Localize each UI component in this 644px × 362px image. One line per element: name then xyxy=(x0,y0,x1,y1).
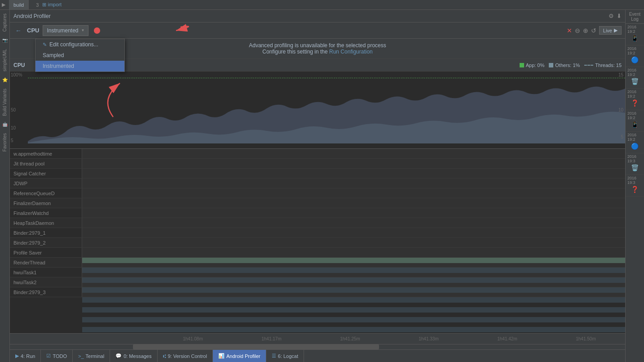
live-button[interactable]: Live ▶ xyxy=(599,26,622,35)
legend-threads: Threads: 15 xyxy=(584,63,622,68)
bottom-tab-label: 6: Logcat xyxy=(278,353,298,359)
simpleuml-label[interactable]: simpleUML xyxy=(2,45,7,75)
back-button[interactable]: ← xyxy=(13,26,23,35)
bottom-tab-9--version-control[interactable]: ⑆9: Version Control xyxy=(158,350,213,362)
event-log-item: 2016 19:2📱 xyxy=(626,110,644,132)
sampled-label: Sampled xyxy=(43,52,64,58)
cpu-label: CPU xyxy=(27,27,39,34)
event-icon: ❓ xyxy=(627,186,642,193)
cpu-section: CPU App: 0% Others: 1% Threads: 15 xyxy=(10,59,625,149)
instrumented-item[interactable]: Instrumented xyxy=(35,61,124,72)
cpu-chart-container: 100% 50 10 5 xyxy=(10,72,625,148)
thread-row: Binder:2979_1 xyxy=(10,228,625,238)
y-right-10: 10 xyxy=(618,107,623,112)
star-icon: ⭐ xyxy=(1,76,9,84)
bottom-tab-6--logcat[interactable]: ☰6: Logcat xyxy=(266,350,304,362)
thread-name: HeapTaskDaemon xyxy=(10,220,82,226)
event-icon: 📱 xyxy=(627,121,642,128)
settings-icon[interactable]: ⚙ xyxy=(609,13,614,19)
legend-threads-line xyxy=(584,65,593,66)
legend-others-label: Others: 1% xyxy=(555,63,580,68)
thread-timeline[interactable] xyxy=(82,218,625,228)
event-time: 2016 19:3 xyxy=(627,154,642,163)
event-log-item: 2016 19:2🗑️ xyxy=(626,67,644,89)
thread-timeline[interactable] xyxy=(82,179,625,188)
run-configuration-link[interactable]: Run Configuration xyxy=(329,49,373,55)
bottom-tab-4--run[interactable]: ▶4: Run xyxy=(10,350,41,362)
edit-icon: ✎ xyxy=(43,42,47,48)
timeline-label: 1h41.17m xyxy=(232,336,311,341)
event-icon: 🔵 xyxy=(627,143,642,150)
thread-name: w.appmethodtime xyxy=(10,151,82,156)
thread-row: ReferenceQueueD xyxy=(10,188,625,198)
edit-configurations-item[interactable]: ✎ Edit configurations... xyxy=(35,39,124,50)
instrumentation-dropdown[interactable]: Instrumented ▼ xyxy=(43,25,88,36)
instrumented-label: Instrumented xyxy=(43,63,74,69)
build-tab[interactable]: build xyxy=(9,0,29,9)
scroll-thumb[interactable] xyxy=(133,344,379,349)
bottom-tab-icon: 📊 xyxy=(218,353,225,359)
camera-icon: 📷 xyxy=(1,37,9,44)
event-time: 2016 19:2 xyxy=(627,89,642,98)
timeline-scrollbar[interactable] xyxy=(10,344,625,349)
favorites-label[interactable]: Favorites xyxy=(2,130,7,155)
thread-name: ReferenceQueueD xyxy=(10,191,82,196)
cpu-section-title: CPU xyxy=(13,62,25,68)
event-log-item: 2016 19:2🔵 xyxy=(626,132,644,153)
thread-name: FinalizerDaemon xyxy=(10,201,82,206)
bottom-tab-icon: ⑆ xyxy=(163,353,166,359)
toolbar: ← CPU Instrumented ▼ ✎ Edit configuratio… xyxy=(10,22,625,39)
y-right-5: 5 xyxy=(621,134,623,139)
thread-bar xyxy=(82,258,625,264)
event-log-item: 2016 19:2🔵 xyxy=(626,45,644,67)
event-log-title: Event Log xyxy=(626,10,644,24)
legend-others-dot xyxy=(549,63,553,67)
captures-label[interactable]: Captures xyxy=(2,10,7,36)
dropdown-value: Instrumented xyxy=(47,27,78,34)
thread-timeline[interactable] xyxy=(82,228,625,237)
zoom-out-icon[interactable]: ⊖ xyxy=(575,27,580,34)
bottom-toolbar: ▶4: Run☑TODO>_Terminal💬0: Messages⑆9: Ve… xyxy=(10,349,625,362)
event-log-items: 2016 19:2📱2016 19:2🔵2016 19:2🗑️2016 19:2… xyxy=(626,24,644,197)
dropdown-menu: ✎ Edit configurations... Sampled Instrum… xyxy=(35,39,125,72)
event-time: 2016 19:2 xyxy=(627,68,642,77)
timeline-label: 1h41.50m xyxy=(547,336,625,341)
download-icon[interactable]: ⬇ xyxy=(617,13,622,19)
bottom-tab-label: 0: Messages xyxy=(124,353,151,359)
thread-timeline[interactable] xyxy=(82,149,625,158)
thread-timeline[interactable] xyxy=(82,159,625,168)
record-button[interactable] xyxy=(94,27,100,34)
thread-timeline[interactable] xyxy=(82,238,625,247)
threads-section: w.appmethodtimeJit thread poolSignal Cat… xyxy=(10,149,625,349)
close-button[interactable]: ✕ xyxy=(567,27,572,34)
zoom-in-icon[interactable]: ⊕ xyxy=(583,27,588,34)
bottom-tab-android-profiler[interactable]: 📊Android Profiler xyxy=(213,350,266,362)
y-label-50: 50 xyxy=(11,107,16,112)
right-sidebar: Event Log 2016 19:2📱2016 19:2🔵2016 19:2🗑… xyxy=(625,10,644,362)
thread-timeline[interactable] xyxy=(82,188,625,198)
event-log-item: 2016 19:2📱 xyxy=(626,24,644,45)
event-time: 2016 19:2 xyxy=(627,133,642,142)
android-icon: 🤖 xyxy=(1,121,9,128)
content-area: Android Profiler ⚙ ⬇ ← CPU Instrumented … xyxy=(10,10,625,362)
legend-app-dot xyxy=(520,63,524,67)
bottom-tab-icon: ▶ xyxy=(15,353,19,359)
thread-timeline[interactable] xyxy=(82,248,625,257)
thread-timeline[interactable] xyxy=(82,198,625,208)
refresh-icon[interactable]: ↺ xyxy=(591,27,596,34)
bottom-tab-todo[interactable]: ☑TODO xyxy=(41,350,73,362)
build-variants-label[interactable]: Build Variants xyxy=(2,85,7,120)
timeline-footer: 1h41.08m1h41.17m1h41.25m1h41.33m1h41.42m… xyxy=(10,333,625,344)
sampled-item[interactable]: Sampled xyxy=(35,50,124,61)
thread-row: FinalizerWatchd xyxy=(10,208,625,218)
timeline-labels: 1h41.08m1h41.17m1h41.25m1h41.33m1h41.42m… xyxy=(154,336,625,341)
legend-app: App: 0% xyxy=(520,63,545,68)
event-log-item: 2016 19:3🗑️ xyxy=(626,153,644,175)
event-time: 2016 19:2 xyxy=(627,111,642,120)
thread-name: RenderThread xyxy=(10,260,82,265)
thread-timeline[interactable] xyxy=(82,169,625,178)
event-icon: 🔵 xyxy=(627,56,642,63)
bottom-tab-terminal[interactable]: >_Terminal xyxy=(73,350,110,362)
bottom-tab-0--messages[interactable]: 💬0: Messages xyxy=(110,350,157,362)
thread-timeline[interactable] xyxy=(82,208,625,218)
